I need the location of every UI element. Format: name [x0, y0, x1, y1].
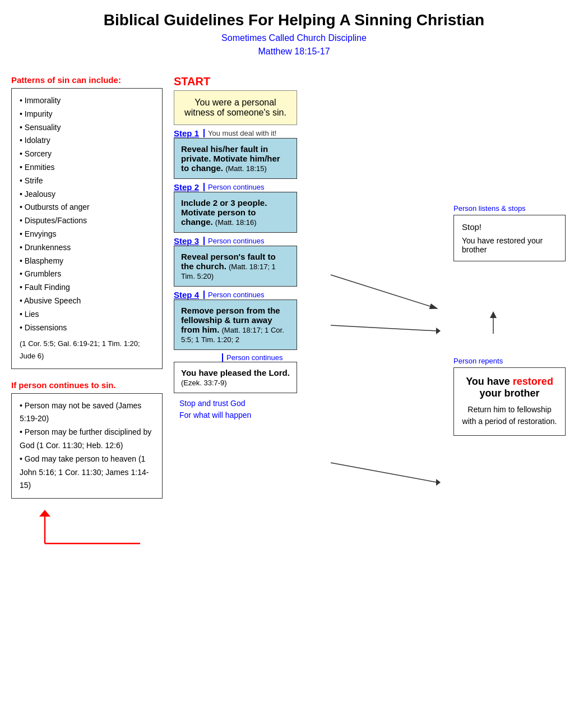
list-item: Strife: [20, 174, 154, 188]
person-listens-label: Person listens & stops: [453, 204, 577, 213]
right-spacer-top: [453, 75, 577, 199]
step1-box: Reveal his/her fault in private. Motivat…: [174, 138, 297, 179]
step5-continue: Person continues: [222, 353, 283, 362]
step2-label: Step 2: [174, 182, 199, 192]
step2-continue: Person continues: [203, 183, 264, 191]
patterns-box: Immorality Impurity Sensuality Idolatry …: [11, 88, 163, 369]
list-item: Drunkenness: [20, 241, 154, 255]
list-item: Envyings: [20, 228, 154, 241]
step4-box: Remove person from the fellowship & turn…: [174, 300, 297, 350]
flow-center: START You were a personal witness of som…: [168, 75, 448, 549]
pleased-box: You have pleased the Lord. (Ezek. 33:7-9…: [174, 362, 297, 393]
step4-continue: Person continues: [203, 291, 264, 299]
patterns-refs: (1 Cor. 5:5; Gal. 6:19-21; 1 Tim. 1:20; …: [20, 338, 154, 362]
red-arrow-area: [11, 510, 163, 549]
list-item: Sensuality: [20, 121, 154, 135]
subtitle: Sometimes Called Church Discipline Matth…: [11, 31, 577, 58]
restored-box: You have restored your brother Return hi…: [453, 367, 566, 436]
list-item: Idolatry: [20, 134, 154, 148]
if-person-label: If person continues to sin.: [11, 380, 163, 390]
red-arrow-svg: [11, 510, 157, 549]
list-item: Person may be further disciplined by God…: [20, 426, 154, 453]
step3-box: Reveal person's fault to the church. (Ma…: [174, 246, 297, 287]
step1-continue: You must deal with it!: [203, 129, 276, 137]
svg-marker-2: [39, 510, 50, 517]
stop-box: Stop! You have restored your brother: [453, 215, 566, 261]
patterns-label: Patterns of sin can include:: [11, 75, 163, 85]
stop-trust: Stop and trust God For what will happen: [179, 398, 251, 421]
list-item: Sorcery: [20, 148, 154, 161]
list-item: Lies: [20, 308, 154, 321]
list-item: Blasphemy: [20, 255, 154, 268]
step3-label: Step 3: [174, 236, 199, 246]
list-item: Outbursts of anger: [20, 201, 154, 214]
list-item: Fault Finding: [20, 281, 154, 294]
step1-label: Step 1: [174, 128, 199, 138]
restored-desc: Return him to fellowship with a period o…: [462, 404, 557, 427]
start-label: START: [174, 75, 210, 88]
list-item: Grumblers: [20, 268, 154, 281]
start-box: You were a personal witness of someone's…: [174, 90, 297, 125]
step2-box: Include 2 or 3 people. Motivate person t…: [174, 192, 297, 233]
patterns-list: Immorality Impurity Sensuality Idolatry …: [20, 94, 154, 334]
page-title: Biblical Guidelines For Helping A Sinnin…: [11, 11, 577, 29]
list-item: Disputes/Factions: [20, 214, 154, 228]
if-person-box: Person may not be saved (James 5:19-20) …: [11, 393, 163, 499]
list-item: Impurity: [20, 108, 154, 121]
step3-continue: Person continues: [203, 237, 264, 245]
list-item: Dissensions: [20, 321, 154, 335]
list-item: Person may not be saved (James 5:19-20): [20, 399, 154, 426]
list-item: Enmities: [20, 161, 154, 174]
list-item: God may take person to heaven (1 John 5:…: [20, 453, 154, 492]
if-person-list: Person may not be saved (James 5:19-20) …: [20, 399, 154, 493]
flow-right: Person listens & stops Stop! You have re…: [448, 75, 577, 549]
person-repents-label: Person repents: [453, 357, 577, 365]
step4-label: Step 4: [174, 290, 199, 300]
list-item: Jealousy: [20, 188, 154, 201]
list-item: Immorality: [20, 94, 154, 108]
right-spacer-mid: [453, 261, 577, 351]
restored-title: You have restored your brother: [462, 376, 557, 399]
list-item: Abusive Speech: [20, 294, 154, 308]
